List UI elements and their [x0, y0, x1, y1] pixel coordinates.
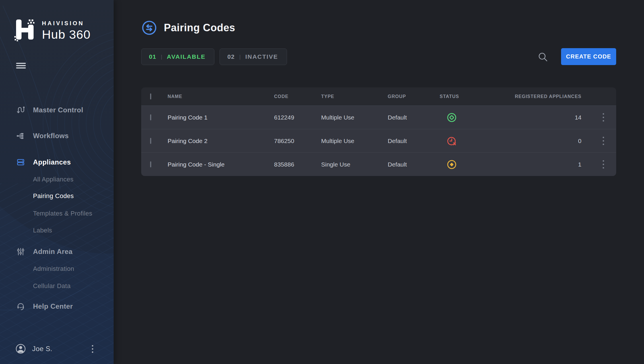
sidebar-item-label: Appliances — [33, 158, 71, 166]
user-menu-kebab-icon[interactable] — [89, 344, 96, 354]
user-account-row[interactable]: Joe S. — [0, 343, 114, 355]
table-row[interactable]: Pairing Code 1 612249 Multiple Use Defau… — [141, 105, 616, 129]
cell-type: Multiple Use — [321, 138, 388, 144]
column-header-group: GROUP — [388, 94, 440, 99]
sidebar-item-help-center[interactable]: Help Center — [0, 302, 114, 311]
sidebar-item-label: All Appliances — [33, 176, 73, 183]
column-header-status: STATUS — [440, 94, 494, 99]
cell-group: Default — [388, 138, 440, 144]
page-header: Pairing Codes — [141, 20, 235, 36]
cell-code: 786250 — [274, 138, 321, 144]
filter-label: INACTIVE — [245, 53, 278, 60]
sidebar-item-label: Administration — [33, 265, 74, 273]
table-row[interactable]: Pairing Code - Single 835886 Single Use … — [141, 152, 616, 176]
sidebar-item-label: Admin Area — [33, 248, 73, 256]
table-header-row: NAME CODE TYPE GROUP STATUS REGISTERED A… — [141, 87, 616, 105]
column-header-code: CODE — [274, 94, 321, 99]
row-checkbox[interactable] — [150, 114, 151, 120]
headset-icon — [16, 302, 25, 311]
sidebar-item-pairing-codes[interactable]: Pairing Codes — [0, 192, 114, 200]
column-header-type: TYPE — [321, 94, 388, 99]
sidebar-item-administration[interactable]: Administration — [0, 265, 114, 273]
table-row[interactable]: Pairing Code 2 786250 Multiple Use Defau… — [141, 129, 616, 152]
cell-registered-appliances: 0 — [494, 138, 590, 144]
pairing-codes-icon — [141, 20, 157, 36]
sidebar-item-label: Workflows — [33, 132, 69, 140]
filter-chip-available[interactable]: 01 | AVAILABLE — [141, 48, 214, 65]
filter-chip-inactive[interactable]: 02 | INACTIVE — [220, 48, 287, 65]
chip-divider: | — [239, 54, 241, 60]
page-title: Pairing Codes — [164, 22, 235, 34]
cell-registered-appliances: 14 — [494, 114, 590, 121]
filter-count: 01 — [149, 53, 156, 60]
cell-group: Default — [388, 114, 440, 121]
menu-icon[interactable] — [16, 63, 26, 69]
row-checkbox[interactable] — [150, 138, 151, 144]
row-actions-kebab-icon[interactable] — [600, 111, 607, 124]
filter-label: AVAILABLE — [167, 53, 205, 60]
sidebar-item-appliances[interactable]: Appliances — [0, 157, 114, 167]
sidebar-item-label: Cellular Data — [33, 282, 71, 290]
sidebar-item-label: Help Center — [33, 302, 73, 310]
row-actions-kebab-icon[interactable] — [600, 135, 607, 147]
cell-name: Pairing Code 2 — [168, 138, 274, 144]
column-header-registered-appliances: REGISTERED APPLIANCES — [494, 94, 590, 99]
cell-type: Multiple Use — [321, 114, 388, 121]
status-expired-icon — [447, 136, 457, 146]
user-avatar-icon — [15, 344, 26, 355]
brand-logo[interactable]: HAIVISION Hub 360 — [14, 18, 91, 42]
cell-name: Pairing Code 1 — [168, 114, 274, 121]
haivision-h-logo-icon — [14, 18, 36, 41]
row-checkbox[interactable] — [150, 161, 151, 167]
status-filter-chips: 01 | AVAILABLE 02 | INACTIVE — [141, 48, 287, 65]
sidebar-item-label: Templates & Profiles — [33, 210, 92, 217]
sidebar-item-workflows[interactable]: Workflows — [0, 131, 114, 141]
chip-divider: | — [161, 54, 162, 60]
brand-company-name: HAIVISION — [42, 20, 91, 27]
cell-code: 612249 — [274, 114, 321, 121]
sidebar-item-admin-area[interactable]: Admin Area — [0, 247, 114, 257]
sidebar-item-master-control[interactable]: Master Control — [0, 105, 114, 115]
cell-type: Single Use — [321, 161, 388, 168]
sidebar-item-all-appliances[interactable]: All Appliances — [0, 175, 114, 184]
sidebar-item-label: Labels — [33, 227, 52, 234]
user-name: Joe S. — [32, 345, 52, 353]
sliders-icon — [16, 247, 25, 256]
sidebar: HAIVISION Hub 360 Master Control — [0, 0, 114, 364]
app-window: HAIVISION Hub 360 Master Control — [0, 0, 644, 364]
sidebar-item-label: Pairing Codes — [33, 192, 74, 200]
appliances-icon — [16, 158, 25, 167]
select-all-checkbox[interactable] — [150, 93, 151, 99]
column-header-name: NAME — [168, 94, 274, 99]
search-icon[interactable] — [537, 51, 549, 63]
status-available-icon — [447, 112, 457, 123]
route-icon — [16, 105, 25, 115]
cell-code: 835886 — [274, 161, 321, 168]
pairing-codes-table: NAME CODE TYPE GROUP STATUS REGISTERED A… — [141, 87, 616, 176]
brand-product-name: Hub 360 — [42, 28, 91, 42]
row-actions-kebab-icon[interactable] — [600, 158, 607, 171]
cell-registered-appliances: 1 — [494, 161, 590, 168]
sidebar-item-label: Master Control — [33, 106, 83, 114]
sidebar-item-labels[interactable]: Labels — [0, 226, 114, 235]
workflow-icon — [16, 131, 25, 140]
cell-name: Pairing Code - Single — [168, 161, 274, 168]
status-single-use-icon — [447, 159, 457, 170]
sidebar-item-cellular-data[interactable]: Cellular Data — [0, 282, 114, 290]
filter-count: 02 — [227, 53, 234, 60]
main-content: Pairing Codes 01 | AVAILABLE 02 | INACTI… — [114, 0, 644, 364]
cell-group: Default — [388, 161, 440, 168]
sidebar-item-templates-profiles[interactable]: Templates & Profiles — [0, 209, 114, 218]
create-code-button[interactable]: CREATE CODE — [561, 48, 616, 65]
